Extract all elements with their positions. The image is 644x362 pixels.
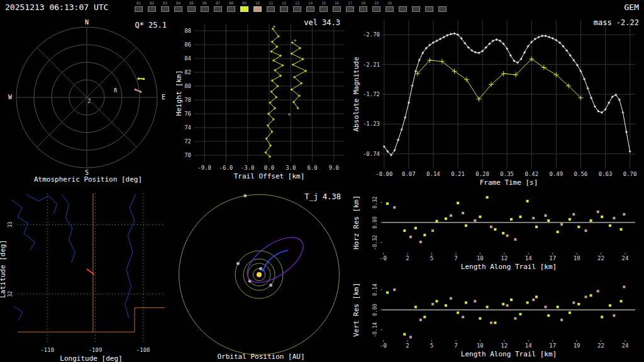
frame-box-14[interactable] <box>306 6 314 12</box>
frame-number-label: 04 <box>172 1 185 6</box>
frame-box-11[interactable] <box>267 6 275 12</box>
frame-box-n23[interactable] <box>438 6 447 12</box>
frame-box-12[interactable] <box>280 6 288 12</box>
frame-cell-09: 09 <box>238 1 251 13</box>
svg-text:72: 72 <box>184 138 191 145</box>
frame-box-01[interactable] <box>135 6 143 12</box>
frame-box-17[interactable] <box>346 6 354 12</box>
frame-box-15[interactable] <box>319 6 328 12</box>
vertical-residuals-panel: -0257101214171922240.140.00-0.14Length A… <box>352 275 644 362</box>
tisserand-value-label: T_j 4.38 <box>304 192 341 201</box>
svg-trail-plot: -9.0-6.0-3.00.03.06.09.07072747678808284… <box>184 24 345 171</box>
svg-trail-xlabel: Trail Offset [km] <box>234 172 305 180</box>
light-curve-panel: -0.000.070.140.210.280.350.420.490.560.6… <box>352 14 644 187</box>
svg-text:-9.0: -9.0 <box>197 165 211 171</box>
frame-cell-10: 10 <box>251 1 264 13</box>
frame-cell-13: 13 <box>291 1 304 13</box>
svg-text:0.42: 0.42 <box>525 171 538 177</box>
frame-cell-04: 04 <box>172 1 185 13</box>
svg-text:0.70: 0.70 <box>623 171 637 177</box>
atmospheric-position-chart: NSWEZR <box>0 14 176 187</box>
frame-number-label <box>423 1 436 6</box>
svg-text:14: 14 <box>525 343 532 349</box>
frame-box-09[interactable] <box>240 6 248 12</box>
frame-box-n20[interactable] <box>399 6 407 12</box>
svg-text:7: 7 <box>454 343 457 349</box>
frame-box-04[interactable] <box>174 6 182 12</box>
orbital-position-chart <box>170 187 352 362</box>
frame-box-07[interactable] <box>214 6 222 12</box>
frame-cell-06: 06 <box>198 1 211 13</box>
shower-code: GEM <box>625 3 639 12</box>
sun-dot <box>257 272 262 277</box>
frame-box-19[interactable] <box>372 6 380 12</box>
svg-text:84: 84 <box>184 55 191 62</box>
horizontal-residuals-panel: -0257101214171922240.320.00-0.32Length A… <box>352 187 644 275</box>
svg-text:74: 74 <box>184 124 191 131</box>
svg-text:0.14: 0.14 <box>426 171 440 177</box>
frame-number-label: 13 <box>291 1 304 6</box>
orbital-axis-label: Orbital Position [AU] <box>170 353 352 361</box>
svg-horz-plot: -0257101214171922240.320.00-0.32 <box>372 196 635 261</box>
svg-text:10: 10 <box>477 255 484 261</box>
frame-cell-20: 20 <box>383 1 396 13</box>
svg-text:-2.70: -2.70 <box>363 31 380 38</box>
radiant-marker: R <box>114 88 117 94</box>
frame-box-02[interactable] <box>148 6 156 12</box>
vertical-residuals-chart: -0257101214171922240.140.00-0.14Length A… <box>352 275 644 362</box>
svg-text:-6.0: -6.0 <box>219 165 233 171</box>
frame-box-03[interactable] <box>161 6 169 12</box>
frame-cell-n22 <box>423 1 436 13</box>
timestamp: 20251213 06:13:07 UTC <box>5 3 108 12</box>
frame-cell-n21 <box>409 1 423 13</box>
svg-text:0.56: 0.56 <box>574 171 588 177</box>
frame-number-label <box>409 1 423 6</box>
svg-text:22: 22 <box>597 343 604 349</box>
frame-box-10[interactable] <box>253 6 262 12</box>
svg-text:-110: -110 <box>40 347 54 353</box>
svg-text:-0: -0 <box>380 255 387 261</box>
svg-text:14: 14 <box>525 255 532 261</box>
svg-text:-0.00: -0.00 <box>375 171 392 177</box>
velocity-value-label: vel 34.3 <box>304 18 340 27</box>
planet-dot-0 <box>259 267 262 270</box>
frame-box-n21[interactable] <box>412 6 420 12</box>
frame-cell-19: 19 <box>370 1 383 13</box>
frame-box-13[interactable] <box>293 6 301 12</box>
frame-number-label: 07 <box>211 1 225 6</box>
frame-number-label: 06 <box>198 1 211 6</box>
frame-box-20[interactable] <box>386 6 394 12</box>
frame-cell-17: 17 <box>343 1 357 13</box>
frame-number-label: 16 <box>330 1 343 6</box>
frame-box-n22[interactable] <box>425 6 433 12</box>
frame-cell-14: 14 <box>304 1 317 13</box>
frame-number-label: 05 <box>185 1 198 6</box>
river-4 <box>14 306 23 320</box>
svg-text:78: 78 <box>184 97 191 103</box>
map-plot: -110-109-1083332 <box>8 194 165 353</box>
svg-horz-series-station-2 <box>393 206 625 243</box>
frame-cell-08: 08 <box>225 1 238 13</box>
frame-box-18[interactable] <box>359 6 367 12</box>
frame-box-16[interactable] <box>333 6 341 12</box>
svg-text:-108: -108 <box>136 347 150 353</box>
orbital-position-panel: T_j 4.38 Orbital Position [AU] <box>170 187 352 362</box>
atmospheric-position-panel: NSWEZR Q* 25.1 Atmospheric Position [deg… <box>0 14 176 187</box>
svg-text:0.32: 0.32 <box>372 196 378 208</box>
compass-north: N <box>85 19 89 26</box>
svg-text:-2.21: -2.21 <box>363 62 380 68</box>
svg-vert-xlabel: Length Along Trail [km] <box>461 350 557 358</box>
svg-text:0.28: 0.28 <box>475 171 489 177</box>
mass-value-label: mass -2.22 <box>594 18 639 27</box>
app-screen: 20251213 06:13:07 UTC 010203040506070809… <box>0 0 644 362</box>
frame-box-06[interactable] <box>201 6 209 12</box>
frame-box-05[interactable] <box>187 6 196 12</box>
svg-text:-1.23: -1.23 <box>363 121 380 127</box>
frame-cell-05: 05 <box>185 1 198 13</box>
svg-text:-0: -0 <box>380 343 387 349</box>
svg-text:-0.74: -0.74 <box>363 151 380 157</box>
polar-grid <box>16 27 157 168</box>
svg-text:6.0: 6.0 <box>307 165 317 171</box>
river-0 <box>11 200 35 250</box>
frame-box-08[interactable] <box>227 6 235 12</box>
